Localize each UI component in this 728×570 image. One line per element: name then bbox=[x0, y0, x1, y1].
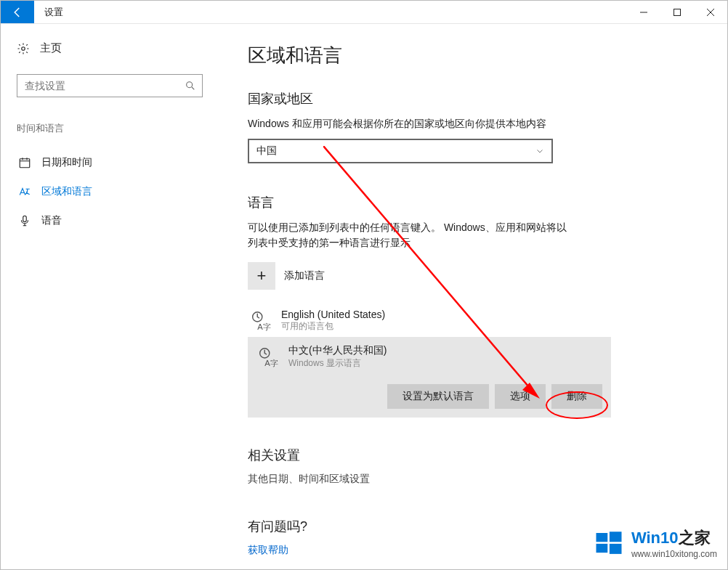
calendar-icon bbox=[18, 156, 31, 169]
search-icon bbox=[185, 80, 196, 91]
globe-char-icon: A字 bbox=[256, 346, 278, 368]
language-heading: 语言 bbox=[248, 194, 710, 211]
back-button[interactable] bbox=[1, 1, 34, 23]
window-title: 设置 bbox=[34, 1, 63, 23]
sidebar-item-speech[interactable]: 语音 bbox=[17, 206, 219, 235]
watermark-brand-prefix: Win10 bbox=[631, 529, 679, 547]
add-language-label: 添加语言 bbox=[284, 269, 325, 282]
language-sub: 可用的语言包 bbox=[281, 320, 385, 333]
svg-rect-12 bbox=[610, 532, 622, 542]
region-selected: 中国 bbox=[256, 144, 277, 158]
options-button[interactable]: 选项 bbox=[495, 384, 546, 409]
svg-rect-0 bbox=[674, 9, 681, 15]
language-desc: 可以使用已添加到列表中的任何语言键入。 Windows、应用和网站将以列表中受支… bbox=[248, 220, 567, 251]
window-controls bbox=[627, 1, 727, 23]
home-label: 主页 bbox=[40, 41, 62, 55]
maximize-button[interactable] bbox=[660, 1, 694, 23]
watermark: Win10之家 www.win10xitong.com bbox=[594, 527, 717, 559]
search-field[interactable] bbox=[23, 79, 185, 92]
svg-point-2 bbox=[187, 82, 193, 88]
home-link[interactable]: 主页 bbox=[17, 38, 219, 58]
svg-rect-14 bbox=[610, 544, 622, 554]
sidebar-item-label: 语音 bbox=[41, 214, 62, 227]
svg-text:A字: A字 bbox=[264, 359, 278, 367]
page-title: 区域和语言 bbox=[248, 43, 710, 68]
sidebar-section-label: 时间和语言 bbox=[17, 122, 219, 135]
chevron-down-icon bbox=[535, 147, 544, 155]
plus-icon: + bbox=[248, 262, 275, 290]
titlebar: 设置 bbox=[1, 1, 727, 24]
add-language-button[interactable]: + 添加语言 bbox=[248, 262, 710, 290]
svg-rect-4 bbox=[23, 216, 27, 221]
minimize-icon bbox=[639, 8, 648, 17]
related-heading: 相关设置 bbox=[248, 447, 710, 464]
language-name: 中文(中华人民共和国) bbox=[288, 344, 387, 357]
watermark-url: www.win10xitong.com bbox=[631, 549, 717, 559]
gear-icon bbox=[17, 42, 30, 55]
svg-rect-13 bbox=[596, 544, 607, 553]
microphone-icon bbox=[18, 214, 31, 227]
related-link[interactable]: 其他日期、时间和区域设置 bbox=[248, 473, 710, 486]
language-item-english[interactable]: A字 English (United States) 可用的语言包 bbox=[248, 304, 611, 337]
windows-logo-icon bbox=[594, 528, 624, 558]
globe-char-icon: A字 bbox=[249, 310, 271, 332]
sidebar-item-label: 区域和语言 bbox=[41, 185, 92, 198]
watermark-brand-suffix: 之家 bbox=[679, 529, 711, 547]
search-input[interactable] bbox=[17, 74, 203, 97]
svg-point-1 bbox=[22, 46, 25, 50]
region-desc: Windows 和应用可能会根据你所在的国家或地区向你提供本地内容 bbox=[248, 116, 582, 131]
sidebar: 主页 时间和语言 日期和时间 区域和语言 语音 bbox=[1, 24, 219, 569]
sidebar-item-region-language[interactable]: 区域和语言 bbox=[17, 177, 219, 206]
sidebar-item-datetime[interactable]: 日期和时间 bbox=[17, 148, 219, 177]
sidebar-item-label: 日期和时间 bbox=[41, 156, 92, 169]
language-sub: Windows 显示语言 bbox=[288, 357, 387, 370]
language-icon bbox=[18, 185, 31, 198]
close-button[interactable] bbox=[694, 1, 727, 23]
svg-text:A字: A字 bbox=[257, 322, 271, 331]
svg-rect-11 bbox=[596, 533, 607, 542]
region-dropdown[interactable]: 中国 bbox=[248, 139, 553, 163]
svg-rect-3 bbox=[20, 159, 30, 168]
language-name: English (United States) bbox=[281, 309, 385, 320]
close-icon bbox=[706, 8, 715, 17]
arrow-left-icon bbox=[11, 6, 24, 19]
main-panel: 区域和语言 国家或地区 Windows 和应用可能会根据你所在的国家或地区向你提… bbox=[219, 24, 727, 569]
maximize-icon bbox=[673, 8, 682, 17]
language-item-chinese[interactable]: A字 中文(中华人民共和国) Windows 显示语言 设置为默认语言 选项 删… bbox=[248, 337, 611, 418]
minimize-button[interactable] bbox=[627, 1, 660, 23]
set-default-button[interactable]: 设置为默认语言 bbox=[387, 384, 489, 409]
region-heading: 国家或地区 bbox=[248, 90, 710, 107]
remove-button[interactable]: 删除 bbox=[551, 384, 602, 409]
